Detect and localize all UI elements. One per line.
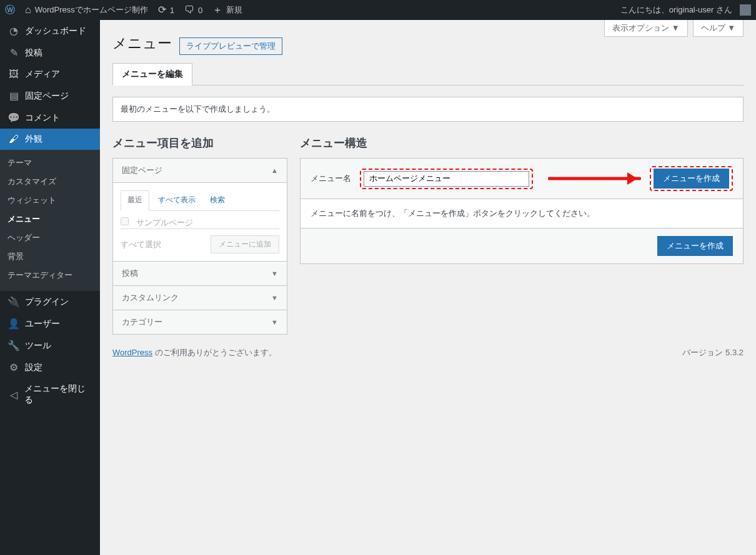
create-menu-button-top[interactable]: メニューを作成 <box>654 169 729 189</box>
greeting-text: こんにちは、original-user さん <box>620 4 732 16</box>
updates-count: 1 <box>170 6 174 15</box>
create-menu-highlight: メニューを作成 <box>650 166 733 191</box>
collapse-icon: ◁ <box>7 389 19 401</box>
update-icon: ⟳ <box>158 5 166 15</box>
new-content-link[interactable]: ＋ 新規 <box>207 0 247 20</box>
appearance-submenu: テーマ カスタマイズ ウィジェット メニュー ヘッダー 背景 テーマエディター <box>0 150 100 291</box>
sidebar-collapse[interactable]: ◁メニューを閉じる <box>0 378 100 411</box>
user-greeting[interactable]: こんにちは、original-user さん <box>615 0 756 20</box>
acc-head-categories[interactable]: カテゴリー ▼ <box>113 310 287 334</box>
sample-page-row[interactable]: サンプルページ <box>121 215 193 236</box>
sub-item-header[interactable]: ヘッダー <box>0 228 100 247</box>
page-title: メニュー <box>112 34 172 53</box>
page-icon: ▤ <box>7 90 20 102</box>
site-name: WordPressでホームページ制作 <box>35 4 148 16</box>
menu-structure-heading: メニュー構造 <box>300 135 744 150</box>
sub-item-background[interactable]: 背景 <box>0 247 100 266</box>
sub-item-theme-editor[interactable]: テーマエディター <box>0 266 100 285</box>
subtab-search[interactable]: 検索 <box>204 191 231 210</box>
create-menu-button-bottom[interactable]: メニューを作成 <box>657 236 733 256</box>
main-content: 表示オプション ▼ ヘルプ ▼ メニュー ライブプレビューで管理 メニューを編集… <box>100 20 756 555</box>
sidebar-item-dashboard[interactable]: ◔ダッシュボード <box>0 20 100 42</box>
nav-tab-wrapper: メニューを編集 <box>112 63 744 86</box>
acc-body-pages: 最近 すべて表示 検索 サンプルページ すべて選択 メニューに追加 <box>113 182 287 261</box>
comments-count: 0 <box>198 6 202 15</box>
admin-footer: WordPress のご利用ありがとうございます。 バージョン 5.3.2 <box>112 335 744 358</box>
acc-head-custom-links[interactable]: カスタムリンク ▼ <box>113 285 287 310</box>
first-menu-notice: 最初のメニューを以下で作成しましょう。 <box>112 97 744 122</box>
comment-icon: 🗨 <box>184 5 194 15</box>
comment-icon: 💬 <box>7 112 20 124</box>
sidebar-item-pages[interactable]: ▤固定ページ <box>0 85 100 107</box>
screen-meta: 表示オプション ▼ ヘルプ ▼ <box>604 20 744 37</box>
sidebar-item-media[interactable]: 🖼メディア <box>0 64 100 85</box>
wordpress-link[interactable]: WordPress <box>112 348 152 357</box>
users-icon: 👤 <box>7 318 20 330</box>
new-label: 新規 <box>226 4 242 16</box>
sub-item-themes[interactable]: テーマ <box>0 154 100 172</box>
wp-logo[interactable]: ⓦ <box>0 0 20 20</box>
caret-down-icon: ▼ <box>271 270 278 277</box>
caret-down-icon: ▼ <box>271 318 278 326</box>
sidebar-item-settings[interactable]: ⚙設定 <box>0 356 100 378</box>
wordpress-icon: ⓦ <box>5 5 15 15</box>
pin-icon: ✎ <box>7 47 20 59</box>
media-icon: 🖼 <box>7 69 20 80</box>
sub-item-customize[interactable]: カスタマイズ <box>0 172 100 191</box>
menu-name-input[interactable] <box>364 171 529 187</box>
updates-link[interactable]: ⟳ 1 <box>153 0 179 20</box>
sample-page-checkbox[interactable] <box>121 217 129 225</box>
sidebar-item-posts[interactable]: ✎投稿 <box>0 42 100 64</box>
help-tab[interactable]: ヘルプ ▼ <box>693 20 744 37</box>
sub-item-widgets[interactable]: ウィジェット <box>0 191 100 210</box>
caret-up-icon: ▲ <box>271 167 278 174</box>
footer-thanks: WordPress のご利用ありがとうございます。 <box>112 347 277 358</box>
sidebar-item-plugins[interactable]: 🔌プラグイン <box>0 291 100 313</box>
comments-link[interactable]: 🗨 0 <box>179 0 207 20</box>
site-name-link[interactable]: ⌂ WordPressでホームページ制作 <box>20 0 153 20</box>
acc-head-pages[interactable]: 固定ページ ▲ <box>113 159 287 182</box>
admin-sidebar: ◔ダッシュボード ✎投稿 🖼メディア ▤固定ページ 💬コメント 🖌外観 テーマ … <box>0 20 100 555</box>
tab-edit-menus[interactable]: メニューを編集 <box>112 63 192 86</box>
add-menu-items-heading: メニュー項目を追加 <box>112 135 287 150</box>
home-icon: ⌂ <box>25 5 31 15</box>
subtab-recent[interactable]: 最近 <box>121 190 149 211</box>
acc-head-posts[interactable]: 投稿 ▼ <box>113 261 287 285</box>
sidebar-item-tools[interactable]: 🔧ツール <box>0 335 100 356</box>
menu-items-accordion: 固定ページ ▲ 最近 すべて表示 検索 サンプルページ <box>112 158 287 335</box>
screen-options-tab[interactable]: 表示オプション ▼ <box>604 20 687 37</box>
menu-name-label: メニュー名 <box>311 173 351 184</box>
dashboard-icon: ◔ <box>7 25 20 37</box>
menu-name-highlight <box>360 169 533 189</box>
plugin-icon: 🔌 <box>7 296 20 308</box>
sidebar-item-appearance[interactable]: 🖌外観 <box>0 129 100 150</box>
tools-icon: 🔧 <box>7 340 20 351</box>
select-all-link[interactable]: すべて選択 <box>121 239 161 250</box>
sidebar-item-comments[interactable]: 💬コメント <box>0 107 100 129</box>
menu-structure-panel: メニュー名 メニューを作成 メニューに名前をつけ、「メニューを作成」ボタンをクリ… <box>300 158 744 264</box>
panel-header: メニュー名 メニューを作成 <box>301 159 743 199</box>
panel-instruction: メニューに名前をつけ、「メニューを作成」ボタンをクリックしてください。 <box>301 199 743 228</box>
sidebar-item-users[interactable]: 👤ユーザー <box>0 313 100 335</box>
annotation-arrow <box>542 172 641 185</box>
panel-footer: メニューを作成 <box>301 228 743 263</box>
pages-subtabs: 最近 すべて表示 検索 <box>121 190 279 211</box>
settings-icon: ⚙ <box>7 361 20 373</box>
manage-with-live-preview-button[interactable]: ライブプレビューで管理 <box>179 37 282 55</box>
footer-version: バージョン 5.3.2 <box>682 347 744 358</box>
admin-top-bar: ⓦ ⌂ WordPressでホームページ制作 ⟳ 1 🗨 0 ＋ 新規 こんにち… <box>0 0 756 20</box>
add-to-menu-button[interactable]: メニューに追加 <box>211 235 279 253</box>
avatar <box>740 4 751 16</box>
plus-icon: ＋ <box>212 5 222 15</box>
sub-item-menus[interactable]: メニュー <box>0 210 100 228</box>
brush-icon: 🖌 <box>7 134 20 145</box>
caret-down-icon: ▼ <box>271 294 278 302</box>
subtab-all[interactable]: すべて表示 <box>152 191 202 210</box>
